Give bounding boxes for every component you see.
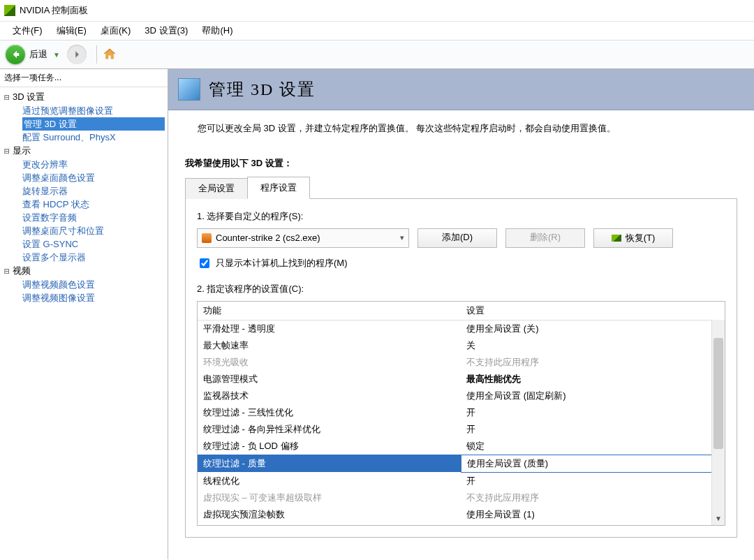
tree-link[interactable]: 旋转显示器 — [22, 184, 165, 198]
settings-value[interactable]: 开 — [461, 421, 724, 438]
settings-feature: 纹理过滤 - 各向异性采样优化 — [198, 421, 461, 438]
settings-feature: 首选刷新率 (LG Electronics LG ULTRAGEAR) — [198, 523, 461, 525]
settings-row[interactable]: 监视器技术使用全局设置 (固定刷新) — [198, 388, 725, 404]
tree-link[interactable]: 设置数字音频 — [22, 211, 165, 224]
only-local-checkbox[interactable]: 只显示本计算机上找到的程序(M) — [197, 256, 725, 270]
settings-grid: 功能 设置 平滑处理 - 透明度使用全局设置 (关)最大帧速率关环境光吸收不支持… — [197, 301, 725, 526]
toolbar-separator — [96, 45, 97, 64]
settings-value[interactable]: 使用全局设置 (质量)▾ — [461, 455, 724, 472]
settings-feature: 监视器技术 — [198, 388, 461, 404]
content-header: 管理 3D 设置 — [168, 69, 754, 110]
settings-row[interactable]: 纹理过滤 - 负 LOD 偏移锁定 — [198, 438, 725, 455]
settings-value[interactable]: 不支持此应用程序 — [461, 354, 724, 371]
settings-value[interactable]: 使用全局设置 (固定刷新) — [461, 388, 724, 404]
col-setting[interactable]: 设置 — [461, 302, 724, 320]
sidebar: 选择一项任务... ⊟3D 设置通过预览调整图像设置管理 3D 设置配置 Sur… — [0, 69, 168, 559]
settings-row[interactable]: 虚拟现实预渲染帧数使用全局设置 (1) — [198, 506, 725, 523]
restore-button-label: 恢复(T) — [626, 230, 656, 246]
forward-button[interactable] — [67, 45, 87, 64]
settings-scrollbar[interactable]: ▲ ▼ — [711, 302, 725, 525]
program-icon — [202, 233, 212, 243]
scroll-track[interactable] — [712, 314, 725, 513]
settings-feature: 电源管理模式 — [198, 371, 461, 388]
settings-value[interactable]: 锁定 — [461, 438, 724, 455]
settings-value[interactable]: 关 — [461, 337, 724, 354]
chevron-down-icon: ▾ — [400, 233, 404, 242]
scroll-thumb[interactable] — [714, 338, 723, 449]
settings-row[interactable]: 平滑处理 - 透明度使用全局设置 (关) — [198, 320, 725, 337]
settings-row[interactable]: 线程优化开 — [198, 472, 725, 489]
settings-row[interactable]: 纹理过滤 - 各向异性采样优化开 — [198, 421, 725, 438]
settings-feature: 线程优化 — [198, 472, 461, 489]
only-local-checkbox-input[interactable] — [200, 258, 209, 268]
tree-link[interactable]: 调整视频颜色设置 — [22, 278, 165, 291]
program-select-value: Counter-strike 2 (cs2.exe) — [216, 233, 320, 243]
menu-bar: 文件(F)编辑(E)桌面(K)3D 设置(3)帮助(H) — [0, 22, 754, 40]
settings-row[interactable]: 环境光吸收不支持此应用程序 — [198, 354, 725, 371]
col-feature[interactable]: 功能 — [198, 302, 461, 320]
tree-group-label: 显示 — [13, 145, 31, 157]
sidebar-title: 选择一项任务... — [0, 69, 168, 87]
menu-item[interactable]: 编辑(E) — [50, 23, 94, 38]
settings-row[interactable]: 最大帧速率关 — [198, 337, 725, 354]
menu-item[interactable]: 3D 设置(3) — [138, 23, 195, 38]
settings-feature: 平滑处理 - 透明度 — [198, 320, 461, 337]
tree-link[interactable]: 调整桌面颜色设置 — [22, 171, 165, 184]
settings-value[interactable]: 使用全局设置 (关) — [461, 320, 724, 337]
content-header-icon — [178, 78, 200, 101]
settings-row[interactable]: 首选刷新率 (LG Electronics LG ULTRAGEAR)使用全局设… — [198, 523, 725, 525]
tree-link[interactable]: 配置 Surround、PhysX — [22, 131, 165, 144]
content-description: 您可以更改全局 3D 设置，并建立特定程序的置换值。 每次这些特定程序启动时，都… — [168, 110, 754, 143]
nvidia-icon — [612, 235, 621, 242]
tree-group-label: 视频 — [13, 265, 31, 277]
tree-link[interactable]: 通过预览调整图像设置 — [22, 104, 165, 117]
tree-expander-icon[interactable]: ⊟ — [3, 92, 11, 103]
program-select[interactable]: Counter-strike 2 (cs2.exe) ▾ — [197, 228, 409, 248]
tree-link[interactable]: 调整桌面尺寸和位置 — [22, 224, 165, 237]
tab-global-settings[interactable]: 全局设置 — [185, 178, 248, 199]
settings-row[interactable]: 纹理过滤 - 质量使用全局设置 (质量)▾ — [198, 455, 725, 472]
only-local-label: 只显示本计算机上找到的程序(M) — [216, 257, 348, 270]
section-heading: 我希望使用以下 3D 设置： — [168, 143, 754, 177]
settings-feature: 纹理过滤 - 质量 — [198, 455, 461, 472]
home-button[interactable] — [103, 47, 117, 63]
settings-value[interactable]: 最高性能优先 — [461, 371, 724, 388]
tree-expander-icon[interactable]: ⊟ — [3, 266, 11, 277]
tree-link[interactable]: 调整视频图像设置 — [22, 291, 165, 304]
settings-value[interactable]: 不支持此应用程序 — [461, 489, 724, 506]
tree-group-label: 3D 设置 — [13, 91, 45, 103]
tree-link[interactable]: 设置 G-SYNC — [22, 237, 165, 251]
back-dropdown-chevron-icon[interactable]: ▼ — [53, 51, 60, 59]
settings-row[interactable]: 纹理过滤 - 三线性优化开 — [198, 404, 725, 421]
tree-link[interactable]: 设置多个显示器 — [22, 251, 165, 264]
settings-value[interactable]: 开 — [461, 404, 724, 421]
window-title: NVIDIA 控制面板 — [20, 4, 88, 17]
tree-link[interactable]: 管理 3D 设置 — [22, 117, 165, 131]
back-button[interactable] — [6, 45, 25, 64]
page-title: 管理 3D 设置 — [209, 78, 316, 101]
tree-link[interactable]: 更改分辨率 — [22, 158, 165, 171]
settings-value[interactable]: 开 — [461, 472, 724, 489]
scroll-down-icon[interactable]: ▼ — [712, 513, 725, 525]
step1-label: 1. 选择要自定义的程序(S): — [197, 210, 725, 223]
settings-row[interactable]: 虚拟现实 – 可变速率超级取样不支持此应用程序 — [198, 489, 725, 506]
settings-value[interactable]: 使用全局设置 (应用程序控制的) — [461, 523, 724, 525]
tree-link[interactable]: 查看 HDCP 状态 — [22, 198, 165, 211]
toolbar: 后退 ▼ — [0, 40, 754, 69]
menu-item[interactable]: 文件(F) — [6, 23, 50, 38]
program-row: Counter-strike 2 (cs2.exe) ▾ 添加(D) 删除(R)… — [197, 228, 725, 248]
step2-label: 2. 指定该程序的设置值(C): — [197, 283, 725, 295]
settings-value[interactable]: 使用全局设置 (1) — [461, 506, 724, 523]
restore-button[interactable]: 恢复(T) — [593, 228, 673, 248]
menu-item[interactable]: 帮助(H) — [195, 23, 239, 38]
settings-row[interactable]: 电源管理模式最高性能优先 — [198, 371, 725, 388]
content-area: 管理 3D 设置 您可以更改全局 3D 设置，并建立特定程序的置换值。 每次这些… — [168, 69, 754, 559]
tab-program-settings[interactable]: 程序设置 — [247, 177, 310, 199]
body: 选择一项任务... ⊟3D 设置通过预览调整图像设置管理 3D 设置配置 Sur… — [0, 69, 754, 559]
tab-panel-program: 1. 选择要自定义的程序(S): Counter-strike 2 (cs2.e… — [185, 199, 737, 538]
settings-feature: 纹理过滤 - 负 LOD 偏移 — [198, 438, 461, 455]
back-label: 后退 — [29, 48, 47, 61]
add-button[interactable]: 添加(D) — [417, 228, 497, 248]
menu-item[interactable]: 桌面(K) — [94, 23, 138, 38]
tree-expander-icon[interactable]: ⊟ — [3, 146, 11, 156]
